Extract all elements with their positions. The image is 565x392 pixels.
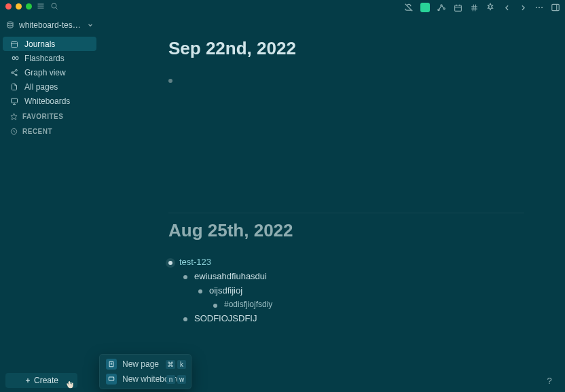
- keyboard-shortcut: ⌘ k: [166, 360, 186, 369]
- block-text: SODFIOJSDFIJ: [194, 313, 257, 323]
- bullet-icon: [213, 304, 217, 308]
- block-text: oijsdfijioj: [209, 285, 242, 296]
- bullet-icon: [198, 289, 202, 293]
- create-menu: New page ⌘ k New whiteboard n w: [99, 354, 192, 389]
- graph-icon[interactable]: [436, 2, 447, 13]
- block-empty[interactable]: [168, 73, 524, 85]
- sync-status-icon[interactable]: [420, 2, 431, 13]
- svg-rect-9: [454, 5, 461, 11]
- database-icon: [5, 20, 15, 30]
- chevron-down-icon: [87, 22, 94, 29]
- infinity-icon: [10, 54, 19, 63]
- files-icon: [10, 82, 19, 92]
- sidebar-item-label: Journals: [24, 39, 55, 49]
- svg-point-7: [441, 5, 442, 6]
- block[interactable]: oijsdfijioj: [168, 283, 524, 298]
- block[interactable]: ewiusahdfiuhasdui: [168, 269, 524, 283]
- bullet-icon: [183, 317, 187, 321]
- svg-point-22: [7, 22, 13, 24]
- cloud-off-icon[interactable]: [403, 2, 414, 13]
- hash-icon[interactable]: [469, 2, 479, 13]
- svg-line-15: [473, 4, 473, 11]
- cursor-hand-icon: [65, 380, 75, 389]
- zoom-window-button[interactable]: [26, 3, 32, 10]
- traffic-lights: [5, 3, 32, 10]
- sidebar-section-favorites[interactable]: FAVORITES: [3, 109, 96, 123]
- create-menu-item-label: New page: [122, 359, 159, 369]
- sidebar-nav: Journals Flashcards Graph view All pages…: [0, 37, 99, 108]
- sidebar-section-recent[interactable]: RECENT: [3, 124, 96, 138]
- bullet-icon: [168, 261, 172, 265]
- sidebar-item-label: Whiteboards: [24, 96, 70, 106]
- svg-line-29: [13, 73, 16, 75]
- share-icon: [10, 68, 19, 77]
- search-icon[interactable]: [50, 1, 59, 11]
- more-icon[interactable]: [534, 2, 545, 13]
- block-text[interactable]: test-123: [179, 257, 211, 267]
- svg-point-17: [536, 7, 537, 8]
- block[interactable]: SODFIOJSDFIJ: [168, 311, 524, 325]
- journal-entry: Aug 25th, 2022 test-123 ewiusahdfiuhasdu…: [99, 213, 565, 344]
- journal-title[interactable]: Aug 25th, 2022: [168, 220, 524, 241]
- svg-rect-40: [109, 377, 114, 380]
- svg-line-28: [13, 71, 16, 73]
- star-icon: [10, 112, 18, 121]
- svg-marker-33: [11, 113, 17, 119]
- sidebar-item-whiteboards[interactable]: Whiteboards: [3, 94, 96, 108]
- whiteboard-icon: [10, 96, 19, 106]
- right-panel-icon[interactable]: [550, 2, 561, 13]
- sidebar-section-label: RECENT: [22, 128, 52, 135]
- block-text: ewiusahdfiuhasdui: [194, 271, 267, 281]
- sidebar-item-label: All pages: [24, 82, 58, 92]
- svg-rect-30: [12, 99, 18, 103]
- svg-rect-23: [12, 41, 18, 47]
- svg-line-16: [475, 4, 475, 11]
- left-sidebar: whiteboard-test-g… Journals Flashcards G…: [0, 12, 99, 392]
- whiteboard-icon: [106, 374, 117, 385]
- workspace-switcher[interactable]: whiteboard-test-g…: [5, 18, 94, 33]
- block-text[interactable]: #odisfjiojfsdiy: [224, 300, 272, 309]
- svg-point-3: [52, 3, 56, 8]
- calendar-icon[interactable]: [452, 2, 463, 13]
- create-button-label: Create: [34, 376, 58, 385]
- clock-icon: [10, 127, 18, 136]
- sidebar-item-flashcards[interactable]: Flashcards: [3, 51, 96, 65]
- sidebar-item-all-pages[interactable]: All pages: [3, 79, 96, 94]
- minimize-window-button[interactable]: [16, 3, 22, 10]
- hamburger-icon[interactable]: [36, 1, 45, 11]
- calendar-icon: [10, 39, 19, 49]
- bullet-icon: [168, 79, 172, 83]
- sidebar-item-journals[interactable]: Journals: [3, 37, 96, 51]
- workspace-name: whiteboard-test-g…: [19, 20, 83, 30]
- block[interactable]: #odisfjiojfsdiy: [168, 298, 524, 311]
- svg-point-18: [539, 7, 540, 8]
- main-content: Sep 22nd, 2022 Aug 25th, 2022 test-123 e…: [99, 12, 565, 392]
- sidebar-item-graph[interactable]: Graph view: [3, 65, 96, 79]
- svg-line-4: [56, 7, 57, 9]
- sidebar-item-label: Flashcards: [24, 54, 65, 63]
- svg-rect-20: [552, 4, 560, 10]
- journal-entry: Sep 22nd, 2022: [99, 31, 565, 104]
- plus-icon: [24, 377, 31, 384]
- create-menu-item-new-whiteboard[interactable]: New whiteboard n w: [102, 372, 189, 387]
- help-label: ?: [547, 376, 551, 386]
- help-button[interactable]: ?: [543, 374, 555, 387]
- page-icon: [106, 359, 117, 370]
- block[interactable]: test-123: [168, 255, 524, 269]
- sidebar-section-label: FAVORITES: [22, 113, 63, 120]
- keyboard-shortcut: n w: [166, 375, 186, 384]
- svg-point-19: [541, 7, 543, 8]
- plugin-icon[interactable]: [485, 2, 496, 13]
- sidebar-item-label: Graph view: [24, 68, 66, 77]
- back-icon[interactable]: [501, 2, 512, 13]
- right-toolbar: [403, 2, 561, 13]
- close-window-button[interactable]: [5, 3, 12, 10]
- svg-point-6: [438, 9, 439, 10]
- journal-title[interactable]: Sep 22nd, 2022: [168, 38, 524, 59]
- create-menu-item-new-page[interactable]: New page ⌘ k: [102, 357, 189, 372]
- forward-icon[interactable]: [517, 2, 528, 13]
- bullet-icon: [183, 275, 187, 279]
